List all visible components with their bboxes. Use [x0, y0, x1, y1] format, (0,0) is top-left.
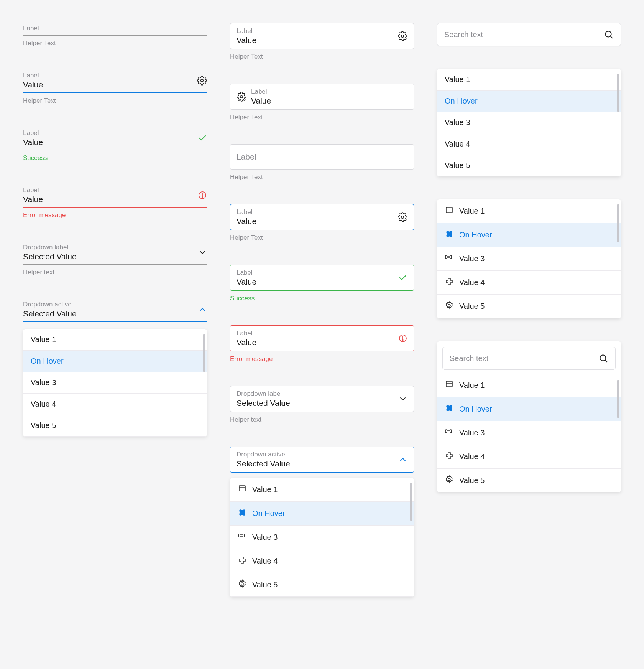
dropdown-option[interactable]: Value 3	[23, 372, 207, 394]
bone-icon	[445, 253, 454, 264]
gear-icon	[445, 475, 454, 486]
field-value: Value	[237, 36, 256, 45]
dropdown-option[interactable]: Value 5	[23, 415, 207, 437]
svg-point-9	[402, 340, 403, 341]
list-option[interactable]: Value 1	[437, 69, 621, 91]
dropdown-value: Selected Value	[237, 459, 290, 468]
svg-line-18	[611, 36, 613, 38]
list-option[interactable]: Value 3	[437, 247, 621, 271]
svg-point-0	[201, 79, 204, 82]
dropdown-active-field[interactable]: Dropdown active Selected Value	[230, 447, 414, 473]
text-field-error[interactable]: Label Value Error message	[23, 185, 207, 219]
search-input[interactable]: Search text	[437, 23, 621, 46]
list-option[interactable]: Value 4	[437, 271, 621, 295]
text-field-box-empty[interactable]: Label Helper Text	[230, 144, 414, 181]
list-option[interactable]: Value 3	[437, 112, 621, 133]
dropdown-box-open: Dropdown active Selected Value Value 1 O…	[230, 447, 414, 597]
options-list-plain: Value 1 On Hover Value 3 Value 4 Value 5	[437, 69, 621, 176]
dropdown-label: Dropdown label	[23, 244, 198, 251]
text-field-focus[interactable]: Label Value Helper Text	[23, 70, 207, 105]
text-field-success[interactable]: Label Value Success	[23, 128, 207, 162]
error-icon	[398, 334, 407, 343]
svg-rect-28	[446, 381, 452, 387]
chevron-down-icon	[198, 248, 207, 257]
dropdown-value: Selected Value	[23, 252, 198, 261]
svg-point-4	[401, 35, 404, 38]
dropdown-option[interactable]: Value 3	[230, 526, 414, 549]
list-option[interactable]: Value 4	[437, 445, 621, 469]
check-icon	[398, 273, 407, 282]
list-option[interactable]: Value 3	[437, 421, 621, 445]
dropdown-option-hover[interactable]: On Hover	[23, 351, 207, 372]
dropdown-option[interactable]: Value 1	[230, 478, 414, 502]
text-field-box-leading-icon[interactable]: Label Value Helper Text	[230, 84, 414, 121]
dropdown-option[interactable]: Value 4	[23, 394, 207, 415]
dropdown-option[interactable]: Value 4	[230, 549, 414, 573]
text-field-box-focus[interactable]: Label Value Helper Text	[230, 204, 414, 242]
gear-icon[interactable]	[398, 212, 407, 222]
dropdown-option[interactable]: Value 1	[23, 329, 207, 351]
atom-icon	[238, 508, 247, 519]
list-option[interactable]: Value 4	[437, 133, 621, 155]
atom-icon	[445, 404, 454, 415]
helper-text: Error message	[230, 355, 414, 363]
list-option-hover[interactable]: On Hover	[437, 223, 621, 247]
list-option[interactable]: Value 5	[437, 469, 621, 492]
field-value: Value	[23, 195, 198, 204]
field-label: Label	[237, 330, 256, 337]
field-label: Label	[251, 88, 407, 96]
svg-rect-19	[446, 207, 452, 213]
gear-icon[interactable]	[398, 31, 407, 41]
search-input[interactable]: Search text	[442, 347, 616, 370]
list-option[interactable]: Value 5	[437, 295, 621, 318]
list-option[interactable]: Value 1	[437, 374, 621, 397]
list-option-hover[interactable]: On Hover	[437, 91, 621, 112]
list-option[interactable]: Value 5	[437, 155, 621, 176]
svg-point-5	[240, 96, 243, 98]
list-option[interactable]: Value 1	[437, 199, 621, 223]
svg-point-3	[202, 197, 203, 198]
dropdown-option-hover[interactable]: On Hover	[230, 502, 414, 526]
gear-icon	[238, 579, 247, 590]
list-option-hover[interactable]: On Hover	[437, 397, 621, 421]
dropdown-option[interactable]: Value 5	[230, 573, 414, 597]
dropdown-closed[interactable]: Dropdown label Selected Value Helper tex…	[23, 242, 207, 276]
helper-text: Helper text	[230, 416, 414, 423]
helper-text: Success	[230, 295, 414, 302]
svg-point-26	[600, 355, 606, 361]
text-field-box-default[interactable]: Label Value Helper Text	[230, 23, 414, 61]
layout-icon	[445, 206, 454, 217]
scrollbar-thumb[interactable]	[617, 204, 619, 242]
layout-icon	[445, 380, 454, 391]
error-icon	[198, 191, 207, 200]
options-list-with-search: Search text Value 1 On Hover Value 3	[437, 341, 621, 492]
search-icon[interactable]	[598, 353, 608, 363]
scrollbar-thumb[interactable]	[617, 380, 619, 418]
text-field-default[interactable]: Label Helper Text	[23, 23, 207, 47]
scrollbar-thumb[interactable]	[617, 74, 619, 112]
helper-text: Helper Text	[230, 53, 414, 61]
plus-icon	[445, 451, 454, 462]
gear-icon[interactable]	[197, 76, 207, 86]
scrollbar-thumb[interactable]	[203, 334, 205, 372]
dropdown-menu: Value 1 On Hover Value 3 Value 4 Value 5	[23, 329, 207, 437]
field-label: Label	[23, 25, 207, 32]
text-field-box-success[interactable]: Label Value Success	[230, 265, 414, 302]
helper-text: Helper Text	[23, 97, 207, 105]
dropdown-label: Dropdown active	[237, 451, 290, 458]
scrollbar-thumb[interactable]	[410, 483, 412, 521]
dropdown-active-field[interactable]: Dropdown active Selected Value	[23, 299, 207, 322]
text-field-box-error[interactable]: Label Value Error message	[230, 325, 414, 363]
chevron-down-icon	[398, 394, 407, 404]
svg-point-34	[448, 478, 450, 481]
check-icon	[198, 133, 207, 143]
search-icon[interactable]	[604, 30, 614, 40]
svg-point-25	[448, 304, 450, 306]
field-label: Label	[237, 269, 256, 277]
field-label: Label	[23, 129, 198, 137]
svg-point-6	[401, 216, 404, 219]
dropdown-open: Dropdown active Selected Value Value 1 O…	[23, 299, 207, 437]
helper-text: Error message	[23, 211, 207, 219]
dropdown-box-closed[interactable]: Dropdown label Selected Value Helper tex…	[230, 386, 414, 423]
plus-icon	[445, 277, 454, 288]
